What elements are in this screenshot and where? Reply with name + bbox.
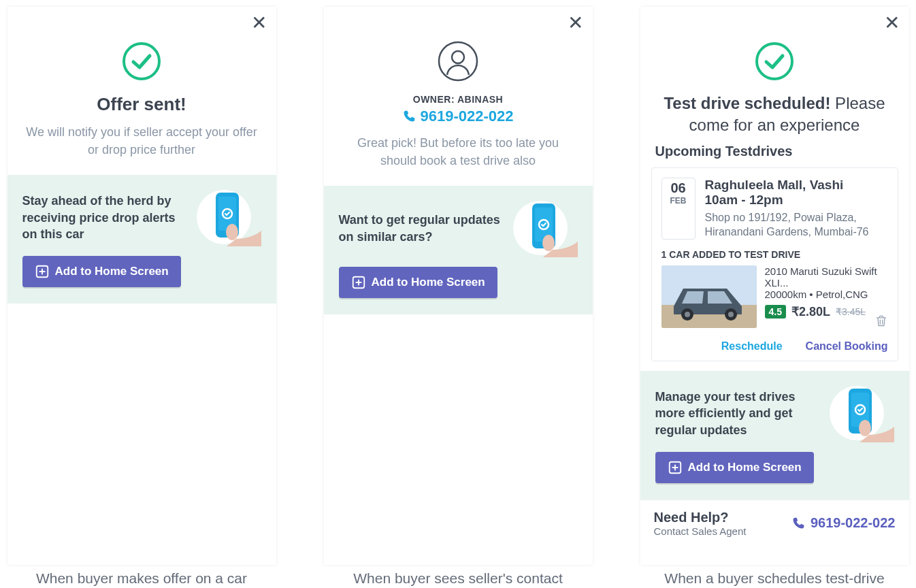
cars-added-count: 1 CAR ADDED TO TEST DRIVE (661, 249, 888, 260)
car-price: ₹2.80L (791, 304, 830, 319)
car-price-old: ₹3.45L (836, 306, 866, 317)
help-bar: Need Help? Contact Sales Agent 9619-022-… (640, 500, 909, 549)
promo-text: Stay ahead of the herd by receiving pric… (22, 193, 190, 242)
promo-text: Manage your test drives more efficiently… (655, 389, 823, 438)
contact-agent-label: Contact Sales Agent (654, 525, 747, 537)
date-badge: 06 FEB (661, 178, 696, 240)
phone-hand-illustration (513, 199, 578, 257)
testdrive-address: Shop no 191/192, Powai Plaza, Hiranandan… (705, 210, 888, 240)
rating-badge: 4.5 (765, 305, 786, 318)
trash-icon[interactable] (874, 313, 888, 331)
svg-point-21 (728, 312, 734, 317)
phone-hand-illustration (197, 189, 261, 246)
owner-phone-number: 9619-022-022 (420, 108, 513, 125)
svg-point-15 (757, 44, 792, 79)
testdrive-title: Test drive scheduled! Please come for an… (657, 93, 893, 137)
svg-point-19 (685, 312, 690, 317)
car-subtitle: 20000km • Petrol,CNG (765, 289, 888, 300)
svg-point-0 (124, 44, 159, 79)
svg-point-5 (226, 224, 238, 240)
phone-hand-illustration (830, 385, 894, 442)
upcoming-testdrives-heading: Upcoming Testdrives (640, 144, 909, 167)
check-circle-icon (120, 39, 163, 83)
svg-point-26 (859, 420, 871, 436)
add-to-home-label: Add to Home Screen (55, 265, 169, 278)
caption-3: When a buyer schedules test-drive (640, 570, 909, 587)
reschedule-link[interactable]: Reschedule (721, 340, 783, 353)
add-to-home-screen-button[interactable]: Add to Home Screen (655, 452, 814, 483)
caption-2: When buyer sees seller's contact (324, 570, 593, 587)
add-to-home-screen-button[interactable]: Add to Home Screen (22, 256, 181, 287)
add-to-home-label: Add to Home Screen (372, 276, 485, 289)
add-to-home-screen-button[interactable]: Add to Home Screen (339, 267, 497, 298)
offer-sent-subtitle: We will notify you if seller accept your… (24, 123, 260, 159)
promo-banner: Manage your test drives more efficiently… (640, 371, 909, 500)
testdrive-card: 06 FEB Raghuleela Mall, Vashi 10am - 12p… (651, 167, 898, 361)
testdrive-scheduled-screen: ✕ Test drive scheduled! Please come for … (640, 7, 909, 565)
promo-banner: Stay ahead of the herd by receiving pric… (7, 175, 276, 304)
date-day: 06 (664, 181, 693, 195)
caption-1: When buyer makes offer on a car (7, 570, 276, 587)
need-help-label: Need Help? (654, 510, 747, 525)
cancel-booking-link[interactable]: Cancel Booking (806, 340, 888, 353)
car-title: 2010 Maruti Suzuki Swift XLI... (765, 265, 888, 289)
svg-point-13 (542, 235, 555, 251)
promo-text: Want to get regular updates on similar c… (339, 212, 506, 245)
owner-phone-link[interactable]: 9619-022-022 (402, 108, 513, 125)
offer-sent-title: Offer sent! (24, 94, 260, 115)
phone-icon (791, 517, 805, 530)
add-home-icon (668, 460, 683, 475)
person-icon (436, 39, 480, 83)
seller-contact-screen: ✕ OWNER: ABINASH 9619-022-022 Great pick… (324, 7, 593, 565)
car-thumbnail (661, 265, 757, 328)
svg-point-7 (439, 42, 477, 80)
close-icon[interactable]: ✕ (568, 14, 583, 33)
owner-label: OWNER: ABINASH (340, 94, 576, 105)
close-icon[interactable]: ✕ (251, 14, 267, 33)
testdrive-time: 10am - 12pm (705, 193, 888, 208)
svg-point-8 (452, 51, 464, 63)
check-circle-icon (753, 39, 796, 83)
seller-subtitle: Great pick! But before its too late you … (340, 134, 576, 169)
help-phone-number: 9619-022-022 (811, 515, 896, 531)
add-home-icon (35, 264, 50, 279)
phone-icon (402, 110, 416, 123)
promo-banner: Want to get regular updates on similar c… (324, 186, 593, 314)
add-to-home-label: Add to Home Screen (688, 461, 802, 474)
offer-sent-screen: ✕ Offer sent! We will notify you if sell… (7, 7, 276, 565)
add-home-icon (351, 275, 366, 290)
help-phone-link[interactable]: 9619-022-022 (791, 515, 896, 531)
close-icon[interactable]: ✕ (884, 14, 900, 33)
testdrive-location: Raghuleela Mall, Vashi (705, 178, 888, 193)
date-month: FEB (664, 196, 693, 206)
car-list-item: 2010 Maruti Suzuki Swift XLI... 20000km … (661, 265, 888, 328)
